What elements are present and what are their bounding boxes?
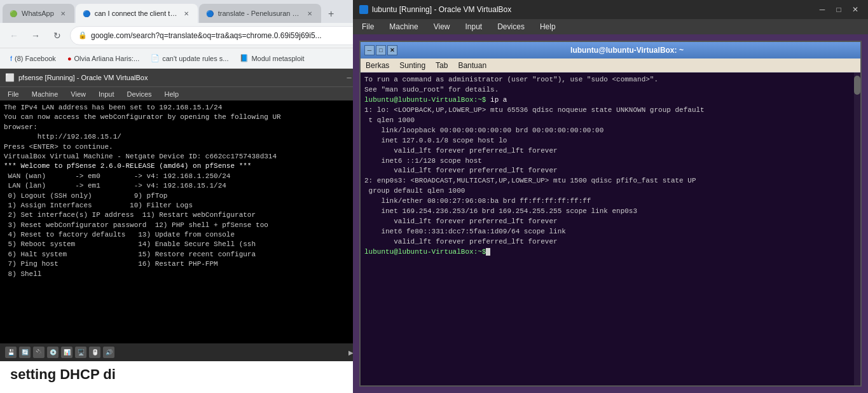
status-icon-4: 💿 [47, 347, 59, 358]
lubuntu-line-16: valid_lft forever preferred_lft forever [364, 217, 857, 227]
pfsense-menu-devices[interactable]: Devices [124, 89, 154, 99]
pfsense-menu-file[interactable]: File [5, 89, 22, 99]
bookmark-olvia[interactable]: ● Olvia Arliana Haris:... [62, 53, 144, 64]
lubuntu-line-1: To run a command as administrator (user … [364, 75, 857, 85]
tab-search-title: can I connect the client that I cre... [95, 10, 177, 17]
status-icon-2: 🔄 [19, 347, 31, 358]
vbox-title-icon [359, 5, 368, 14]
lubuntu-terminal-window: ─ □ ✕ lubuntu@lubuntu-VirtualBox: ~ Berk… [359, 41, 862, 387]
lubuntu-line-5: 1: lo: <LOOPBACK,UP,LOWER_UP> mtu 65536 … [364, 106, 857, 116]
status-icon-3: 🔌 [33, 347, 45, 358]
vbox-titlebar: lubuntu [Running] - Oracle VM VirtualBox… [353, 0, 868, 19]
lubuntu-line-12: 2: enp0s3: <BROADCAST,MULTICAST,UP,LOWER… [364, 176, 857, 186]
lubuntu-close-button[interactable]: ✕ [387, 45, 397, 55]
cant-update-label: can't update rules s... [162, 55, 228, 62]
cant-update-favicon: 📄 [151, 54, 160, 62]
lubuntu-menu-tab[interactable]: Tab [436, 61, 448, 70]
vbox-maximize-button[interactable]: □ [832, 3, 845, 16]
olvia-label: Olvia Arliana Haris:... [74, 55, 140, 62]
olvia-favicon: ● [67, 55, 72, 62]
bookmarks-bar: f (8) Facebook ● Olvia Arliana Haris:...… [0, 48, 394, 69]
prompt-2: lubuntu@lubuntu-VirtualBox:~$ [364, 248, 486, 256]
pfsense-menubar: File Machine View Input Devices Help [0, 86, 388, 100]
vbox-menu-devices[interactable]: Devices [495, 21, 527, 32]
lubuntu-scrollbar[interactable] [854, 72, 860, 385]
pfsense-line-19: 5) Reboot system 14) Enable Secure Shell… [4, 240, 384, 249]
status-icon-7: 🖱️ [89, 347, 100, 358]
status-icon-5: 📊 [61, 347, 72, 358]
browser-tab-bar: 🟢 WhatsApp ✕ 🔵 can I connect the client … [0, 0, 394, 23]
vbox-close-button[interactable]: ✕ [849, 3, 862, 16]
lubuntu-line-14: link/ether 08:00:27:96:08:ba brd ff:ff:f… [364, 197, 857, 207]
refresh-button[interactable]: ↻ [48, 27, 66, 45]
pfsense-line-7: VirtualBox Virtual Machine - Netgate Dev… [4, 152, 384, 162]
bookmark-facebook[interactable]: f (8) Facebook [5, 53, 61, 64]
vbox-menu-machine[interactable]: Machine [387, 21, 420, 32]
pfsense-title-text: pfsense [Running] - Oracle VM VirtualBox [18, 74, 148, 81]
lubuntu-menu-sunting[interactable]: Sunting [399, 61, 425, 70]
ssl-lock-icon: 🔒 [78, 31, 87, 39]
pfsense-menu-view[interactable]: View [68, 89, 88, 99]
lubuntu-menu-bantuan[interactable]: Bantuan [458, 61, 486, 70]
lubuntu-line-8: inet 127.0.0.1/8 scope host lo [364, 136, 857, 146]
status-icon-1: 💾 [5, 347, 17, 358]
vbox-menu-help[interactable]: Help [537, 21, 558, 32]
tab-whatsapp[interactable]: 🟢 WhatsApp ✕ [3, 4, 74, 23]
vbox-title-left: lubuntu [Running] - Oracle VM VirtualBox [359, 5, 511, 14]
status-icon-8: 🔊 [103, 347, 114, 358]
pfsense-menu-machine[interactable]: Machine [29, 89, 61, 99]
new-tab-button[interactable]: + [322, 5, 340, 23]
address-bar[interactable]: 🔒 google.com/search?q=translate&oq=tra&a… [70, 26, 389, 45]
lubuntu-line-4: lubuntu@lubuntu-VirtualBox:~$ ip a [364, 95, 857, 106]
lubuntu-line-18: valid_lft forever preferred_lft forever [364, 237, 857, 247]
pfsense-vm-window: ⬜ pfsense [Running] - Oracle VM VirtualB… [0, 69, 388, 361]
vbox-menu-view[interactable]: View [431, 21, 453, 32]
pfsense-line-12: LAN (lan) -> em1 -> v4: 192.168.15.1/24 [4, 181, 384, 191]
pfsense-titlebar: ⬜ pfsense [Running] - Oracle VM VirtualB… [0, 69, 388, 86]
search-favicon: 🔵 [82, 9, 91, 18]
pfsense-vm-icon: ⬜ [5, 73, 15, 82]
pfsense-line-3: browser: [4, 123, 384, 132]
pfsense-line-4: http://192.168.15.1/ [4, 132, 384, 142]
lubuntu-menubar: Berkas Sunting Tab Bantuan [361, 59, 860, 72]
facebook-favicon: f [10, 55, 12, 62]
browser-toolbar: ← → ↻ 🔒 google.com/search?q=translate&oq… [0, 23, 394, 48]
cmd-1: ip a [486, 96, 507, 104]
lubuntu-window-controls: ─ □ ✕ [364, 45, 397, 55]
bookmark-cant-update[interactable]: 📄 can't update rules s... [146, 53, 233, 64]
pfsense-line-2: You can now access the webConfigurator b… [4, 113, 384, 122]
lubuntu-minimize-button[interactable]: ─ [364, 45, 375, 55]
lubuntu-maximize-button[interactable]: □ [376, 45, 386, 55]
lubuntu-line-19: lubuntu@lubuntu-VirtualBox:~$ [364, 247, 857, 258]
lubuntu-line-2: See "man sudo_root" for details. [364, 85, 857, 95]
vbox-menubar: File Machine View Input Devices Help [353, 19, 868, 34]
lubuntu-title-text: lubuntu@lubuntu-VirtualBox: ~ [397, 46, 857, 55]
pfsense-line-15: 1) Assign Interfaces 10) Filter Logs [4, 201, 384, 210]
vbox-minimize-button[interactable]: ─ [816, 3, 829, 16]
bottom-text-area: setting DHCP di [0, 361, 394, 393]
pfsense-menu-input[interactable]: Input [96, 89, 116, 99]
tab-search-close[interactable]: ✕ [181, 8, 191, 18]
forward-button[interactable]: → [27, 27, 45, 45]
bookmark-modul[interactable]: 📘 Modul metasploit [235, 53, 309, 64]
modul-label: Modul metasploit [251, 55, 304, 62]
address-text: google.com/search?q=translate&oq=tra&aqs… [91, 31, 322, 40]
bottom-text-line1: setting DHCP di [10, 366, 116, 383]
vbox-menu-input[interactable]: Input [463, 21, 485, 32]
back-button[interactable]: ← [5, 27, 23, 45]
pfsense-menu-help[interactable]: Help [162, 89, 182, 99]
browser-content: ⬜ pfsense [Running] - Oracle VM VirtualB… [0, 69, 394, 393]
lubuntu-terminal-content[interactable]: To run a command as administrator (user … [361, 72, 860, 385]
lubuntu-line-9: valid_lft forever preferred_lft forever [364, 146, 857, 156]
lubuntu-scrollbar-thumb [854, 76, 860, 95]
tab-search[interactable]: 🔵 can I connect the client that I cre...… [76, 4, 198, 23]
vbox-main-window: lubuntu [Running] - Oracle VM VirtualBox… [353, 0, 868, 393]
vbox-menu-file[interactable]: File [359, 21, 376, 32]
lubuntu-line-11: valid_lft forever preferred_lft forever [364, 166, 857, 176]
pfsense-terminal-content[interactable]: The IPv4 LAN address has been set to 192… [0, 100, 388, 343]
tab-google[interactable]: 🔵 translate - Penelusuran Google ✕ [199, 4, 321, 23]
tab-google-close[interactable]: ✕ [305, 8, 315, 18]
lubuntu-menu-berkas[interactable]: Berkas [366, 61, 389, 70]
tab-whatsapp-close[interactable]: ✕ [58, 8, 68, 18]
google-favicon: 🔵 [205, 9, 214, 18]
